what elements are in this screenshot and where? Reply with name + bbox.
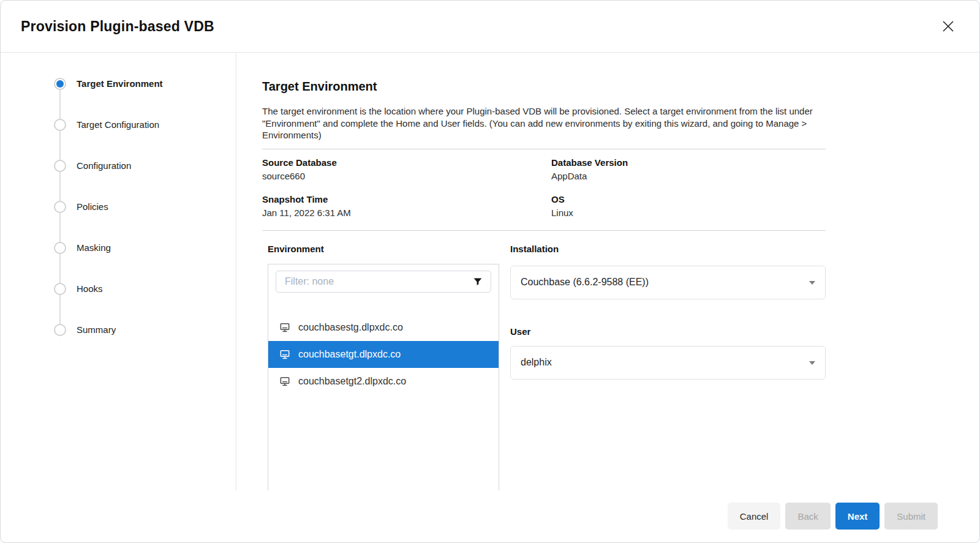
stepper-step-target-configuration[interactable]: Target Configuration xyxy=(54,119,236,160)
wizard-stepper: Target Environment Target Configuration … xyxy=(1,53,236,490)
info-os: OS Linux xyxy=(551,194,826,218)
environment-item-couchbasetgt2-dlpxdc-co[interactable]: couchbasetgt2.dlpxdc.co xyxy=(268,368,499,395)
environment-filter-input[interactable] xyxy=(276,271,491,293)
step-label: Target Configuration xyxy=(77,119,159,131)
info-value: source660 xyxy=(262,171,551,181)
dialog-title: Provision Plugin-based VDB xyxy=(21,18,214,35)
page-title: Target Environment xyxy=(262,80,826,94)
chevron-down-icon xyxy=(809,281,815,285)
step-label: Hooks xyxy=(77,283,103,295)
environment-picker: couchbasestg.dlpxdc.co couchbasetgt.dlpx… xyxy=(268,264,499,491)
environment-item-couchbasetgt-dlpxdc-co[interactable]: couchbasetgt.dlpxdc.co xyxy=(268,341,499,368)
step-dot-icon xyxy=(54,78,66,90)
provision-vdb-dialog: Provision Plugin-based VDB Target Enviro… xyxy=(0,0,980,543)
next-button[interactable]: Next xyxy=(835,503,880,530)
user-select[interactable]: delphix xyxy=(510,346,826,380)
chevron-down-icon xyxy=(809,361,815,365)
installation-select[interactable]: Couchbase (6.6.2-9588 (EE)) xyxy=(510,266,826,299)
step-label: Configuration xyxy=(77,160,131,172)
step-label: Target Environment xyxy=(77,78,163,90)
step-dot-icon xyxy=(54,324,66,336)
info-value: Linux xyxy=(551,208,826,218)
environment-name: couchbasetgt2.dlpxdc.co xyxy=(298,376,406,387)
step-dot-icon xyxy=(54,201,66,213)
step-description: The target environment is the location w… xyxy=(262,105,826,141)
environment-name: couchbasestg.dlpxdc.co xyxy=(298,322,403,333)
info-source-database: Source Database source660 xyxy=(262,157,551,181)
host-icon xyxy=(279,376,290,387)
filter-icon[interactable] xyxy=(472,276,483,287)
step-content: Target Environment The target environmen… xyxy=(236,53,979,490)
stepper-steps: Target Environment Target Configuration … xyxy=(54,78,236,365)
step-dot-icon xyxy=(54,119,66,131)
stepper-step-policies[interactable]: Policies xyxy=(54,201,236,242)
submit-button: Submit xyxy=(884,503,938,530)
step-dot-icon xyxy=(54,283,66,295)
info-snapshot-time: Snapshot Time Jan 11, 2022 6:31 AM xyxy=(262,194,551,218)
dialog-header: Provision Plugin-based VDB xyxy=(1,1,979,53)
stepper-step-summary[interactable]: Summary xyxy=(54,324,236,365)
stepper-step-masking[interactable]: Masking xyxy=(54,242,236,283)
user-value: delphix xyxy=(521,357,552,368)
source-info-grid: Source Database source660 Database Versi… xyxy=(262,149,826,218)
environment-list: couchbasestg.dlpxdc.co couchbasetgt.dlpx… xyxy=(268,314,499,395)
info-database-version: Database Version AppData xyxy=(551,157,826,181)
close-button[interactable] xyxy=(938,16,959,37)
info-value: AppData xyxy=(551,171,826,181)
stepper-step-configuration[interactable]: Configuration xyxy=(54,160,236,201)
environment-label: Environment xyxy=(268,244,499,253)
installation-label: Installation xyxy=(510,244,826,253)
info-value: Jan 11, 2022 6:31 AM xyxy=(262,208,551,218)
info-label: Snapshot Time xyxy=(262,194,551,204)
info-label: OS xyxy=(551,194,826,204)
dialog-footer: CancelBackNextSubmit xyxy=(1,490,979,542)
host-icon xyxy=(279,322,290,333)
installation-value: Couchbase (6.6.2-9588 (EE)) xyxy=(521,277,649,288)
info-label: Source Database xyxy=(262,157,551,168)
step-label: Masking xyxy=(77,242,111,254)
cancel-button[interactable]: Cancel xyxy=(728,503,781,530)
user-label: User xyxy=(510,326,826,336)
environment-name: couchbasetgt.dlpxdc.co xyxy=(298,349,401,360)
back-button: Back xyxy=(785,503,830,530)
environment-item-couchbasestg-dlpxdc-co[interactable]: couchbasestg.dlpxdc.co xyxy=(268,314,499,341)
close-icon xyxy=(940,18,956,34)
stepper-step-target-environment[interactable]: Target Environment xyxy=(54,78,236,119)
step-label: Summary xyxy=(77,324,116,336)
step-label: Policies xyxy=(77,201,108,213)
stepper-step-hooks[interactable]: Hooks xyxy=(54,283,236,324)
host-icon xyxy=(279,349,290,360)
step-dot-icon xyxy=(54,242,66,254)
info-label: Database Version xyxy=(551,157,826,168)
step-dot-icon xyxy=(54,160,66,172)
